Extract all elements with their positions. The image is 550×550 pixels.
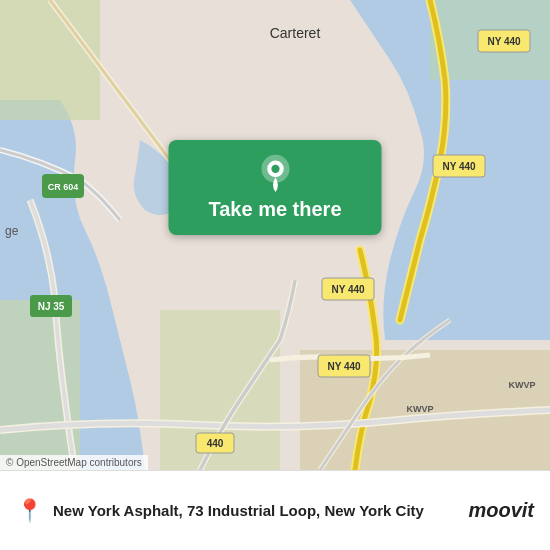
svg-point-28: [271, 165, 279, 173]
svg-text:NY 440: NY 440: [331, 284, 365, 295]
svg-rect-1: [0, 0, 100, 120]
navigation-button-overlay: Take me there: [168, 140, 381, 235]
moovit-pin-icon: 📍: [16, 498, 43, 524]
moovit-wordmark: moovit: [468, 499, 534, 522]
svg-text:ge: ge: [5, 224, 19, 238]
location-info: New York Asphalt, 73 Industrial Loop, Ne…: [53, 502, 458, 519]
info-bar: 📍 New York Asphalt, 73 Industrial Loop, …: [0, 470, 550, 550]
map-container: CR 604 NY 440 NY 440 NY 440 NY 440 NJ 35…: [0, 0, 550, 470]
map-background: CR 604 NY 440 NY 440 NY 440 NY 440 NJ 35…: [0, 0, 550, 470]
svg-text:NY 440: NY 440: [442, 161, 476, 172]
svg-text:Carteret: Carteret: [270, 25, 321, 41]
svg-text:NY 440: NY 440: [327, 361, 361, 372]
location-pin-icon: [256, 154, 294, 192]
svg-text:CR 604: CR 604: [48, 182, 79, 192]
moovit-logo: moovit: [468, 499, 534, 522]
svg-text:NY 440: NY 440: [487, 36, 521, 47]
take-me-there-label: Take me there: [208, 198, 341, 221]
svg-text:440: 440: [207, 438, 224, 449]
svg-text:KWVP: KWVP: [509, 380, 536, 390]
svg-text:KWVP: KWVP: [407, 404, 434, 414]
map-attribution: © OpenStreetMap contributors: [0, 455, 148, 470]
svg-text:NJ 35: NJ 35: [38, 301, 65, 312]
location-name: New York Asphalt, 73 Industrial Loop, Ne…: [53, 502, 458, 519]
take-me-there-button[interactable]: Take me there: [168, 140, 381, 235]
